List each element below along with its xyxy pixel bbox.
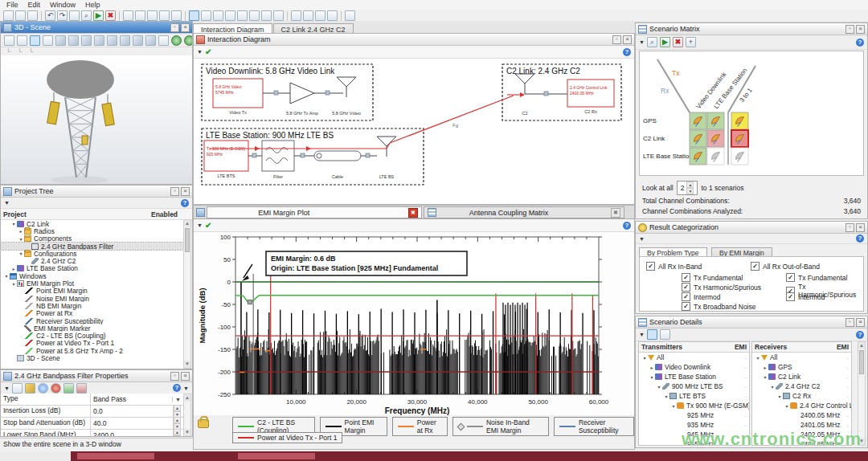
view-back-icon[interactable] bbox=[81, 35, 92, 46]
table-remove-icon[interactable] bbox=[76, 383, 87, 394]
collapse-icon[interactable]: ▾ bbox=[755, 355, 761, 361]
collapse-icon[interactable]: ▾ bbox=[762, 374, 768, 380]
tree-item-all[interactable]: ▾All- bbox=[639, 353, 749, 362]
menu-file[interactable]: File bbox=[2, 1, 23, 9]
stop-analysis-icon[interactable]: ✖ bbox=[673, 37, 683, 47]
help-icon[interactable]: ? bbox=[623, 222, 631, 230]
close-icon[interactable]: × bbox=[856, 223, 865, 232]
checkbox-tx-fundamental-0[interactable]: ✓Tx Fundamental bbox=[682, 273, 743, 282]
tree-item-c2-link[interactable]: ▾C2 Link bbox=[1, 220, 183, 227]
chevron-down-icon[interactable]: ▼ bbox=[183, 386, 189, 391]
legend-item-4[interactable]: Receiver Susceptibility bbox=[554, 417, 634, 436]
edit-pencil-icon[interactable] bbox=[25, 383, 35, 394]
tree-item-components[interactable]: ▾Components bbox=[1, 235, 183, 243]
expand-icon[interactable]: ▸ bbox=[10, 266, 17, 271]
checkbox-icon[interactable]: ✓ bbox=[646, 262, 655, 271]
layout-cells-icon[interactable] bbox=[249, 10, 260, 21]
spin-down-icon[interactable]: ▼ bbox=[174, 435, 181, 437]
tree-item-lte-base-station[interactable]: ▾LTE Base Station- bbox=[639, 372, 749, 381]
stop-red-icon[interactable] bbox=[51, 383, 61, 394]
scenario-count-stepper[interactable]: 2 ▲▼ bbox=[677, 181, 698, 195]
filter-component[interactable] bbox=[262, 141, 294, 171]
view-top-icon[interactable] bbox=[120, 35, 130, 46]
move-crosshair-icon[interactable]: + bbox=[686, 37, 696, 47]
legend-item-5[interactable]: Power at Video Tx - Port 1 bbox=[232, 432, 342, 443]
float-icon[interactable]: ◦ bbox=[170, 372, 179, 381]
close-tab-icon[interactable]: ✖ bbox=[408, 208, 418, 218]
float-icon[interactable]: ◦ bbox=[845, 318, 854, 327]
tree-item-c2-rx[interactable]: ▾C2 Rx- bbox=[752, 391, 851, 401]
run-analysis-icon[interactable]: ▶ bbox=[660, 37, 670, 47]
window-cascade-icon[interactable] bbox=[135, 10, 145, 21]
help-icon[interactable]: ? bbox=[856, 39, 864, 47]
emi-tool-icon[interactable] bbox=[315, 10, 326, 21]
property-value-field[interactable]: 40.0▲▼ bbox=[91, 418, 183, 429]
close-icon[interactable]: × bbox=[856, 25, 865, 34]
spin-down-icon[interactable]: ▼ bbox=[174, 423, 181, 429]
tree-item-power-at-rx[interactable]: Power at Rx bbox=[1, 310, 183, 317]
collapse-icon[interactable]: ▾ bbox=[784, 403, 790, 409]
float-icon[interactable]: ◦ bbox=[845, 223, 854, 232]
view-iso-icon[interactable] bbox=[55, 35, 66, 46]
column-enabled[interactable]: Enabled bbox=[151, 210, 190, 218]
checkbox-icon[interactable]: ✓ bbox=[682, 273, 690, 282]
checkbox-all-rx-in-band[interactable]: ✓All Rx In-Band bbox=[646, 262, 702, 271]
tree-item-emi-margin-plot[interactable]: ▾EMI Margin Plot bbox=[1, 279, 183, 287]
tree-item-noise-emi-margin[interactable]: Noise EMI Margin bbox=[1, 295, 183, 302]
column-project[interactable]: Project bbox=[3, 210, 151, 218]
tree-item-2400-05-mhz[interactable]: 2400.05 MHz- bbox=[752, 410, 851, 420]
menu-window[interactable]: Window bbox=[46, 1, 80, 9]
spin-up-icon[interactable]: ▲ bbox=[174, 418, 181, 423]
tree-item-2-4-ghz-control-link[interactable]: ▾2.4 GHz Control Link- bbox=[752, 401, 851, 410]
tab-emi-margin-plot[interactable]: EMI Margin Plot ✖ bbox=[207, 206, 422, 218]
props-scrollbar[interactable]: ▲ ▼ bbox=[183, 394, 191, 437]
property-value-field[interactable]: Band Pass▼ bbox=[91, 394, 183, 405]
tree-item-windows[interactable]: ▾Windows bbox=[1, 272, 183, 279]
collapse-icon[interactable]: ▾ bbox=[10, 281, 17, 287]
close-tab-icon[interactable]: ✖ bbox=[611, 208, 620, 218]
run-analysis-icon[interactable]: ▶ bbox=[93, 10, 104, 21]
scroll-up-icon[interactable]: ▲ bbox=[858, 342, 865, 349]
float-icon[interactable]: ◦ bbox=[612, 35, 621, 44]
amplifier[interactable] bbox=[290, 83, 314, 104]
tree-item-c2-link[interactable]: ▾C2 Link- bbox=[752, 372, 851, 381]
scroll-thumb[interactable] bbox=[185, 228, 190, 252]
rotate-ccw-icon[interactable] bbox=[171, 35, 182, 46]
close-icon[interactable]: × bbox=[856, 318, 865, 327]
tree-item-radios[interactable]: ▸Radios bbox=[1, 227, 183, 235]
tree-item-all[interactable]: ▾All- bbox=[752, 353, 851, 362]
layout-matrix-icon[interactable] bbox=[237, 10, 248, 21]
scenario-matrix-grid[interactable]: TxRxVideo DownlinkLTE Base Station3 to 1… bbox=[640, 51, 863, 175]
collapse-icon[interactable]: ▾ bbox=[663, 394, 669, 399]
expand-icon[interactable]: ▸ bbox=[649, 365, 655, 370]
view-front-icon[interactable] bbox=[68, 35, 79, 46]
antenna[interactable] bbox=[515, 74, 534, 84]
result-tool-icon[interactable] bbox=[327, 10, 338, 21]
new-file-icon[interactable] bbox=[3, 10, 14, 21]
scroll-thumb[interactable] bbox=[859, 350, 864, 374]
tree-item-925-mhz[interactable]: 925 MHz- bbox=[639, 410, 749, 420]
window-dock-icon[interactable] bbox=[171, 10, 182, 21]
tree-item-lte-bts[interactable]: ▾LTE BTS- bbox=[639, 391, 749, 401]
interaction-canvas[interactable]: Video Downlink: 5.8 GHz Video Link5.8 GH… bbox=[194, 58, 634, 204]
tree-item-configurations[interactable]: ▾Configurations bbox=[1, 250, 183, 257]
float-icon[interactable]: ◦ bbox=[845, 25, 854, 34]
checkbox-intermod-1[interactable]: ✓Intermod bbox=[786, 292, 825, 301]
plot-view-selected-icon[interactable] bbox=[647, 329, 657, 340]
tree-item-nb-emi-margin[interactable]: NB EMI Margin bbox=[1, 302, 183, 309]
view-corner-icon[interactable] bbox=[145, 35, 156, 46]
tree-item-tx-900-mhz-e-gsm-[interactable]: ▾Tx 900 MHz (E-GSM)- bbox=[639, 401, 749, 410]
collapse-icon[interactable]: ▾ bbox=[10, 221, 17, 226]
chevron-down-icon[interactable]: ▼ bbox=[4, 200, 10, 206]
float-icon[interactable]: ◦ bbox=[170, 23, 179, 32]
legend-item-2[interactable]: Power at Rx bbox=[392, 417, 448, 436]
chevron-down-icon[interactable]: ▼ bbox=[4, 386, 10, 391]
scroll-up-icon[interactable]: ▲ bbox=[184, 394, 190, 402]
help-icon[interactable] bbox=[345, 10, 355, 21]
collapse-icon[interactable]: ▾ bbox=[3, 273, 10, 279]
tree-item-c2-lte-bs-coupling-[interactable]: C2 - LTE BS (Coupling) bbox=[1, 332, 183, 339]
scroll-down-icon[interactable]: ▼ bbox=[184, 429, 190, 436]
window-restore-icon[interactable] bbox=[123, 10, 133, 21]
checkbox-icon[interactable]: ✓ bbox=[751, 262, 760, 271]
coupling-tool-icon[interactable] bbox=[303, 10, 313, 21]
